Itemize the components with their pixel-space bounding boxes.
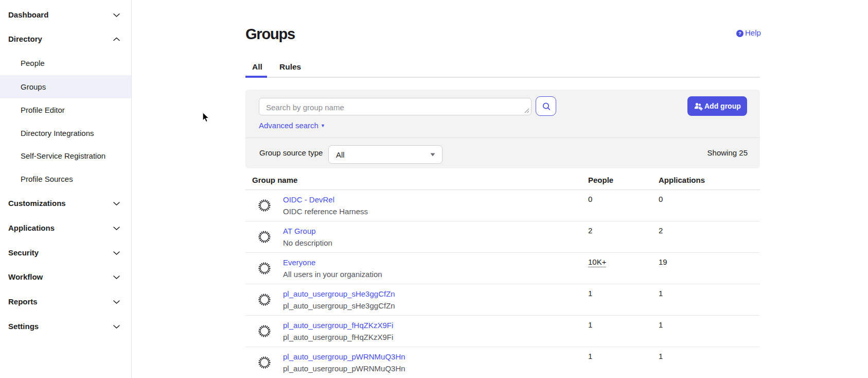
svg-text:?: ? bbox=[738, 30, 741, 36]
